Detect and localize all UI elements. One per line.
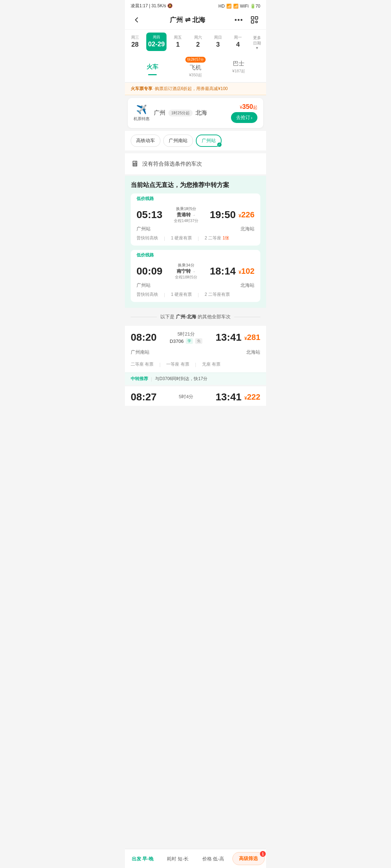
station-filter-guangzhounan[interactable]: 广州南站 bbox=[163, 135, 193, 147]
transfer-card-1[interactable]: 低价线路 05:13 换乘1时5分 贵港转 → 全程14时37分 19:50 ¥… bbox=[131, 193, 260, 246]
transfer-card-2[interactable]: 低价线路 00:09 换乘34分 南宁转 → 全程18时5分 18:14 ¥10… bbox=[131, 250, 260, 302]
transport-tab-train[interactable]: 火车 bbox=[131, 60, 174, 75]
flight-promo-route: 广州 1时25分起 北海 bbox=[154, 109, 227, 117]
date-tab-sun[interactable]: 周日 3 bbox=[208, 33, 228, 52]
date-tab-wed[interactable]: 周三 28 bbox=[125, 33, 145, 52]
date-tab-fri[interactable]: 周五 1 bbox=[168, 33, 188, 52]
partial-train-card[interactable]: 08:27 5时4分 13:41 ¥222 bbox=[125, 386, 266, 406]
all-trains-divider: 以下是 广州-北海 的其他全部车次 bbox=[125, 308, 266, 326]
transport-tabs: 火车 快2时57分 飞机 ¥350起 巴士 ¥187起 bbox=[125, 52, 266, 83]
book-flight-button[interactable]: 去抢订 › bbox=[231, 112, 257, 123]
transfer-info-2: 换乘34分 南宁转 → 全程18时5分 bbox=[165, 263, 207, 280]
partial-train-middle: 5时4分 bbox=[160, 393, 213, 401]
station-filter-guangzhou[interactable]: 广州站 bbox=[196, 135, 222, 147]
promo-banner: 火车票专享 ·购票后订酒店6折起，用券最高减¥100 bbox=[125, 83, 266, 95]
header-action-icons bbox=[233, 14, 260, 26]
svg-rect-5 bbox=[251, 21, 254, 23]
regular-train-card-1[interactable]: 08:20 5时21分 D3706 学 免 13:41 ¥281 广州南站 北海… bbox=[125, 326, 266, 385]
date-tabs: 周三 28 周四 02-29 周五 1 周六 2 周日 3 周一 4 更多 日期… bbox=[125, 30, 266, 52]
transfer-card-1-main: 05:13 换乘1时5分 贵港转 → 全程14时37分 19:50 ¥226 广… bbox=[131, 203, 260, 246]
hd-icon: HD bbox=[218, 4, 224, 9]
svg-rect-4 bbox=[255, 17, 258, 19]
transfer-price-1: ¥226 bbox=[239, 210, 255, 220]
transfer-times-row-1: 05:13 换乘1时5分 贵港转 → 全程14时37分 19:50 ¥226 bbox=[136, 206, 255, 224]
back-button[interactable] bbox=[131, 14, 142, 26]
status-bar: 凌晨1:17 | 31.5K/s 🔕 HD 📶 📶 WiFi 🔋70 bbox=[125, 0, 266, 10]
transfer-times-row-2: 00:09 换乘34分 南宁转 → 全程18时5分 18:14 ¥102 bbox=[136, 263, 255, 280]
flight-promo-card[interactable]: ✈️ 机票特惠 广州 1时25分起 北海 ¥350起 去抢订 › bbox=[128, 98, 263, 128]
station-filter-gaotie[interactable]: 高铁动车 bbox=[131, 135, 160, 147]
wifi-icon: 📶 bbox=[233, 4, 239, 9]
transfer-card-2-main: 00:09 换乘34分 南宁转 → 全程18时5分 18:14 ¥102 广州站 bbox=[131, 259, 260, 302]
header: 广州 ⇌ 北海 bbox=[125, 10, 266, 30]
partial-train-price: ¥222 bbox=[244, 392, 260, 402]
transport-tab-bus[interactable]: 巴士 ¥187起 bbox=[217, 56, 260, 78]
header-title: 广州 ⇌ 北海 bbox=[147, 16, 228, 24]
route-separator: ⇌ bbox=[185, 16, 192, 24]
station-filter: 高铁动车 广州南站 广州站 bbox=[125, 131, 266, 150]
transfer-stations-2: 广州站 北海站 bbox=[136, 282, 255, 289]
transfer-rec-1: 中转推荐 | 与D3706同时到达，快17分 bbox=[125, 373, 266, 385]
transfer-info-1: 换乘1时5分 贵港转 → 全程14时37分 bbox=[165, 206, 207, 224]
date-tab-sat[interactable]: 周六 2 bbox=[188, 33, 208, 52]
more-options-button[interactable] bbox=[233, 14, 244, 26]
transfer-section: 当前站点无直达，为您推荐中转方案 低价线路 05:13 换乘1时5分 贵港转 →… bbox=[125, 176, 266, 308]
seat-yidengjia: 一等座 有票 bbox=[166, 361, 189, 367]
flight-promo-icon: ✈️ 机票特惠 bbox=[134, 105, 150, 122]
svg-point-6 bbox=[256, 21, 257, 23]
transport-tab-flight[interactable]: 快2时57分 飞机 ¥350起 bbox=[174, 52, 217, 82]
transfer-section-heading: 当前站点无直达，为您推荐中转方案 bbox=[131, 181, 260, 189]
plane-icon: ✈️ bbox=[136, 105, 147, 115]
svg-point-1 bbox=[238, 19, 240, 21]
no-trains-icon: 🖥 bbox=[131, 159, 139, 169]
svg-rect-3 bbox=[251, 17, 254, 19]
reg-train-price-1: ¥281 bbox=[244, 333, 260, 342]
seat-wuzuo: 无座 有票 bbox=[202, 361, 220, 367]
all-trains-text: 以下是 广州-北海 的其他全部车次 bbox=[160, 314, 231, 320]
low-price-tag-2: 低价线路 bbox=[131, 250, 260, 259]
signal-icon: 📶 bbox=[226, 4, 232, 9]
date-tab-mon[interactable]: 周一 4 bbox=[228, 33, 248, 52]
wifi2-icon: WiFi bbox=[240, 4, 249, 9]
reg-train-middle-1: 5时21分 D3706 学 免 bbox=[160, 331, 213, 344]
transfer-price-2: ¥102 bbox=[239, 267, 255, 276]
flight-promo-price: ¥350起 去抢订 › bbox=[231, 103, 257, 123]
svg-point-0 bbox=[235, 19, 237, 21]
battery-icon: 🔋70 bbox=[250, 4, 260, 9]
transfer-seats-2: 普快转高铁 | 1 硬座有票 | 2 二等座有票 bbox=[136, 292, 255, 298]
transfer-seats-1: 普快转高铁 | 1 硬座有票 | 2 二等座 1张 bbox=[136, 235, 255, 241]
transfer-stations-1: 广州站 北海站 bbox=[136, 226, 255, 232]
no-trains-notice: 🖥 没有符合筛选条件的车次 bbox=[125, 153, 266, 174]
scan-button[interactable] bbox=[249, 14, 260, 26]
status-time-speed: 凌晨1:17 | 31.5K/s 🔕 bbox=[131, 3, 173, 9]
date-tab-thu-active[interactable]: 周四 02-29 bbox=[146, 33, 166, 51]
svg-point-2 bbox=[241, 19, 243, 21]
low-price-tag-1: 低价线路 bbox=[131, 193, 260, 203]
seat-erdengjia: 二等座 有票 bbox=[131, 361, 154, 367]
more-dates-button[interactable]: 更多 日期 ▼ bbox=[248, 33, 266, 52]
status-icons: HD 📶 📶 WiFi 🔋70 bbox=[218, 4, 260, 9]
